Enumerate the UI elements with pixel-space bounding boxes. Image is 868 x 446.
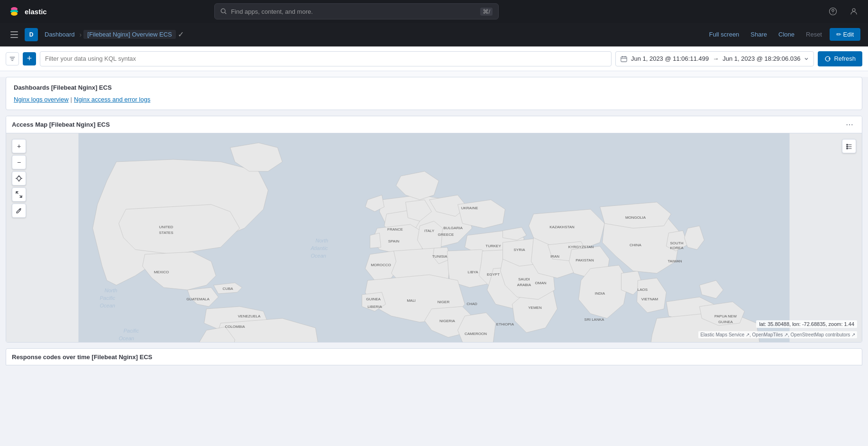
- label-iran: IRAN: [550, 254, 559, 259]
- edit-button[interactable]: ✏ Edit: [830, 28, 860, 41]
- label-ukraine: UKRAINE: [461, 206, 478, 210]
- map-legend-button[interactable]: [842, 139, 856, 153]
- label-turkey: TURKEY: [485, 244, 501, 248]
- elastic-logo[interactable]: elastic: [8, 5, 47, 18]
- help-icon[interactable]: [826, 5, 840, 18]
- world-map: North Atlantic Ocean North Pacific Ocean…: [6, 133, 862, 342]
- hamburger-line-1: [10, 31, 18, 32]
- breadcrumb-current-page: [Filebeat Nginx] Overview ECS: [83, 30, 175, 39]
- north-atlantic-label3: Ocean: [311, 253, 326, 259]
- legend-icon: [846, 143, 852, 149]
- breadcrumb-bar: D Dashboard › [Filebeat Nginx] Overview …: [0, 23, 868, 46]
- label-italy: ITALY: [424, 229, 435, 233]
- date-to: Jun 1, 2023 @ 18:29:06.036: [722, 55, 800, 62]
- nginx-logs-overview-link[interactable]: Nginx logs overview: [14, 96, 69, 103]
- label-laos: LAOS: [638, 288, 648, 292]
- label-colombia: COLOMBIA: [225, 325, 245, 329]
- dashboards-links: Nginx logs overview | Nginx access and e…: [14, 96, 854, 103]
- map-panel-menu-button[interactable]: ⋯: [843, 119, 856, 130]
- response-codes-panel: Response codes over time [Filebeat Nginx…: [6, 348, 862, 365]
- pacific-label2: Ocean: [119, 335, 134, 341]
- label-vietnam: VIETNAM: [641, 297, 658, 301]
- kql-search-input[interactable]: [40, 51, 612, 66]
- elastic-logo-icon: [8, 5, 21, 18]
- search-icon: [220, 8, 227, 15]
- label-libya: LIBYA: [467, 270, 478, 274]
- north-pacific-label3: Ocean: [100, 303, 115, 308]
- map-container[interactable]: + −: [6, 133, 862, 342]
- label-png: PAPUA NEW: [714, 314, 737, 318]
- breadcrumb-dashboard-link[interactable]: Dashboard: [42, 30, 78, 39]
- search-shortcut: ⌘/: [480, 8, 493, 16]
- label-oman: OMAN: [535, 281, 547, 285]
- clone-button[interactable]: Clone: [775, 29, 798, 40]
- breadcrumb-actions: Full screen Share Clone Reset ✏ Edit: [705, 28, 860, 41]
- filter-options-button[interactable]: [6, 52, 19, 65]
- map-coordinates: lat: 35.80488, lon: -72.68835, zoom: 1.4…: [756, 320, 857, 328]
- map-panel-header: Access Map [Filebeat Nginx] ECS ⋯: [6, 116, 862, 133]
- north-atlantic-label: North: [316, 238, 329, 243]
- draw-tool-button[interactable]: [12, 204, 26, 218]
- breadcrumb-items: Dashboard › [Filebeat Nginx] Overview EC…: [42, 30, 184, 39]
- refresh-button[interactable]: Refresh: [818, 51, 862, 66]
- crosshair-button[interactable]: [12, 171, 26, 186]
- map-panel: Access Map [Filebeat Nginx] ECS ⋯ + −: [6, 116, 862, 343]
- label-greece: GREECE: [438, 232, 454, 237]
- share-button[interactable]: Share: [747, 29, 771, 40]
- label-usa2: STATES: [159, 231, 174, 235]
- map-controls: + −: [12, 139, 26, 218]
- label-guinea: GUINEA: [366, 297, 381, 301]
- link-separator: |: [71, 96, 72, 103]
- label-kyrgyzstan: KYRGYZSTAN: [568, 245, 594, 249]
- full-screen-button[interactable]: Full screen: [705, 29, 743, 40]
- label-spain: SPAIN: [388, 239, 400, 243]
- chevron-down-icon: [804, 56, 809, 61]
- label-niger: NIGER: [438, 300, 450, 304]
- label-kazakhstan: KAZAKHSTAN: [549, 225, 575, 229]
- svg-point-15: [17, 177, 21, 180]
- zoom-in-button[interactable]: +: [12, 139, 26, 153]
- label-mali: MALI: [407, 298, 416, 303]
- label-south-korea2: KOREA: [670, 246, 684, 250]
- expand-button[interactable]: [12, 187, 26, 202]
- nginx-access-error-logs-link[interactable]: Nginx access and error logs: [74, 96, 150, 103]
- calendar-icon: [621, 56, 627, 62]
- svg-rect-11: [621, 56, 627, 62]
- expand-icon: [16, 191, 22, 198]
- crosshair-icon: [16, 175, 22, 182]
- north-pacific-label2: Pacific: [100, 295, 116, 301]
- date-from: Jun 1, 2023 @ 11:06:11.499: [631, 55, 709, 62]
- filter-bar: + Jun 1, 2023 @ 11:06:11.499 → Jun 1, 20…: [0, 46, 868, 71]
- label-tunisia: TUNISIA: [432, 254, 448, 259]
- label-venezuela: VENEZUELA: [238, 314, 261, 318]
- response-codes-title: Response codes over time [Filebeat Nginx…: [12, 353, 152, 361]
- top-navigation: elastic Find apps, content, and more. ⌘/: [0, 0, 868, 23]
- label-chad: CHAD: [466, 302, 477, 306]
- elastic-logo-text: elastic: [25, 8, 47, 16]
- label-cuba: CUBA: [222, 287, 233, 291]
- label-usa: UNITED: [159, 225, 174, 229]
- breadcrumb-check-icon[interactable]: ✓: [178, 30, 184, 39]
- user-icon[interactable]: [847, 5, 860, 18]
- svg-line-5: [225, 12, 226, 14]
- north-pacific-label: North: [105, 288, 118, 293]
- reset-button[interactable]: Reset: [802, 29, 826, 40]
- add-filter-button[interactable]: +: [23, 52, 36, 65]
- dashboards-section: Dashboards [Filebeat Nginx] ECS Nginx lo…: [6, 77, 862, 110]
- label-yemen: YEMEN: [528, 306, 542, 310]
- label-liberia: LIBERIA: [367, 305, 382, 309]
- label-syria: SYRIA: [513, 248, 525, 252]
- global-search-bar[interactable]: Find apps, content, and more. ⌘/: [214, 3, 499, 19]
- label-guatemala: GUATEMALA: [186, 297, 210, 301]
- date-arrow: →: [713, 55, 719, 62]
- avatar-button[interactable]: D: [25, 28, 38, 41]
- date-picker[interactable]: Jun 1, 2023 @ 11:06:11.499 → Jun 1, 2023…: [615, 51, 814, 66]
- hamburger-menu[interactable]: [8, 28, 21, 41]
- label-mexico: MEXICO: [154, 270, 169, 274]
- nav-icons: [826, 5, 860, 18]
- hamburger-line-3: [10, 37, 18, 38]
- pacific-label: Pacific: [124, 328, 139, 334]
- zoom-out-button[interactable]: −: [12, 155, 26, 169]
- label-south-korea: SOUTH: [670, 241, 684, 245]
- map-attribution: Elastic Maps Service ↗, OpenMapTiles ↗, …: [698, 331, 857, 338]
